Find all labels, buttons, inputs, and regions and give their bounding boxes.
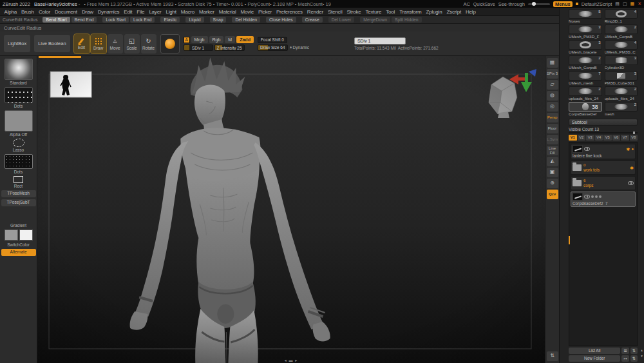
rail-button[interactable]: Persp xyxy=(547,113,558,123)
curve-button[interactable]: Bend End xyxy=(71,17,97,23)
menu-item[interactable]: Alpha xyxy=(2,9,19,15)
version-tab[interactable]: V1 xyxy=(569,135,577,141)
version-tab[interactable]: V6 xyxy=(612,135,621,141)
rail-button[interactable]: ▦ xyxy=(547,58,558,68)
tool-item[interactable]: 2 UMesh_CorpsB xyxy=(605,25,638,39)
viewport-canvas[interactable]: ◂ ▬ ▸ xyxy=(37,56,545,363)
curve-button[interactable]: Close Holes xyxy=(266,17,296,23)
menu-item[interactable]: Color xyxy=(36,9,52,15)
texture-selector[interactable]: Dots xyxy=(5,154,33,174)
subtool-header[interactable]: Subtool xyxy=(569,119,638,126)
rect-selector[interactable]: Rect xyxy=(14,176,23,188)
visible-count-slider[interactable]: Visible Count 13 xyxy=(569,127,638,133)
gear-icon[interactable]: ✱ xyxy=(627,147,630,152)
curve-button[interactable]: MergeDown xyxy=(360,17,390,23)
menu-item[interactable]: Transform xyxy=(397,9,424,15)
rail-button[interactable]: Line Fill xyxy=(547,146,558,155)
menu-item[interactable]: Material xyxy=(216,9,238,15)
rail-button[interactable]: ▣ xyxy=(547,168,558,177)
curve-button[interactable]: Lock Start xyxy=(102,17,129,23)
menu-item[interactable]: Marker xyxy=(196,9,216,15)
rail-button[interactable]: Floor xyxy=(547,124,558,133)
menu-item[interactable]: File xyxy=(135,9,147,15)
tool-item[interactable]: 3 PM3D_Cube3D1 xyxy=(605,71,638,86)
focal-shift-slider[interactable]: Focal Shift 0 xyxy=(258,37,287,43)
alternate-button[interactable]: Alternate xyxy=(1,249,36,256)
scroll-up-icon[interactable]: ▲ xyxy=(640,348,643,352)
menu-item[interactable]: Preferences xyxy=(274,9,305,15)
stroke-selector[interactable]: Dots xyxy=(5,87,33,108)
curve-button[interactable]: Del Hidden xyxy=(232,17,260,23)
menu-item[interactable]: Render xyxy=(305,9,325,15)
lightbox-indicator[interactable] xyxy=(39,56,81,58)
rail-button[interactable]: ⊕ xyxy=(547,179,558,188)
z-intensity-slider[interactable]: Z Intensity 25 xyxy=(214,44,245,51)
scroll-down-icon[interactable]: ▼ xyxy=(640,354,643,358)
alt-color-swatch[interactable] xyxy=(19,230,33,240)
menu-item[interactable]: Texture xyxy=(363,9,384,15)
version-tab[interactable]: V8 xyxy=(630,135,638,141)
version-tab[interactable]: V7 xyxy=(621,135,629,141)
brush-selector[interactable]: Standard xyxy=(5,59,33,85)
curve-button[interactable]: Elastic xyxy=(160,17,180,23)
tool-item[interactable]: 5 Noses xyxy=(569,9,602,24)
dynamic-label[interactable]: Dynamic xyxy=(290,45,309,50)
tpose-subt-button[interactable]: TPose|SubT xyxy=(1,199,36,206)
curve-button[interactable]: Lock End xyxy=(130,17,155,23)
subtool-item[interactable]: ✱ ● laniere fine kock xyxy=(571,144,636,159)
live-boolean-button[interactable]: Live Boolean xyxy=(34,35,70,52)
canvas-scrollbar[interactable]: ◂ ▬ ▸ xyxy=(285,358,298,362)
menu-item[interactable]: Dynamics xyxy=(95,9,122,15)
expand-icon-button[interactable]: ⊞ xyxy=(621,348,629,354)
cycle-up-icon-button[interactable]: ⇅ xyxy=(630,348,638,354)
tool-item[interactable]: 2 uploads_files_24 xyxy=(605,86,638,101)
menu-item[interactable]: Movie xyxy=(238,9,256,15)
subtool-folder[interactable]: 0 work tols ✱ xyxy=(571,161,636,175)
menu-item[interactable]: Picker xyxy=(256,9,274,15)
subtool-folder[interactable]: 6 corps xyxy=(571,176,636,190)
menu-item[interactable]: Edit xyxy=(122,9,135,15)
menu-item[interactable]: Brush xyxy=(19,9,36,15)
menu-item[interactable]: Tool xyxy=(384,9,397,15)
tool-item[interactable]: 3 UMesh_PM3D_F xyxy=(569,25,602,39)
curve-button[interactable]: Bend Start xyxy=(43,17,70,23)
menu-item[interactable]: Stroke xyxy=(345,9,363,15)
rail-button[interactable]: ⇅ xyxy=(547,351,558,361)
menu-item[interactable]: Light xyxy=(164,9,178,15)
version-tab[interactable]: V2 xyxy=(578,135,586,141)
quicksave-button[interactable]: QuickSave xyxy=(473,2,495,6)
menus-toggle[interactable]: Menus xyxy=(553,1,573,7)
version-tab[interactable]: V4 xyxy=(595,135,603,141)
tool-item[interactable]: 2 UMesh_CorpsB xyxy=(569,55,602,70)
menu-item[interactable]: Document xyxy=(53,9,80,15)
menu-item[interactable]: Macro xyxy=(178,9,196,15)
paint-icon[interactable]: ● xyxy=(631,147,634,151)
display-icon[interactable]: ▤ xyxy=(615,1,620,6)
draw-button[interactable]: Draw xyxy=(91,34,106,54)
tool-item[interactable]: 3 Cylinder3D xyxy=(605,55,638,70)
tool-item[interactable]: 2 mesh xyxy=(605,102,638,117)
version-tab[interactable]: V5 xyxy=(603,135,612,141)
zadd-button[interactable]: Zadd xyxy=(236,36,254,43)
sdiv-small-slider[interactable]: SDiv 1 xyxy=(184,44,213,51)
menu-item[interactable]: Zscript xyxy=(444,9,464,15)
mrgb-button[interactable]: Mrgb xyxy=(191,36,208,43)
tool-item[interactable]: 4 UMesh_PM3D_C xyxy=(605,40,638,55)
cycle-down-icon-button[interactable]: ⇅ xyxy=(630,355,638,362)
subtool-mini-slider[interactable] xyxy=(591,195,601,198)
menu-item[interactable]: Draw xyxy=(79,9,95,15)
alert-icon[interactable]: ▦ xyxy=(630,1,635,6)
curve-button[interactable]: Crease xyxy=(302,17,323,23)
tool-item[interactable]: 7 UMesh_mesh xyxy=(569,71,602,86)
visibility-eye-icon[interactable] xyxy=(628,181,634,185)
current-brush-button[interactable] xyxy=(160,34,180,54)
rail-button[interactable]: ◍ xyxy=(547,91,558,101)
curve-button[interactable]: Liquid xyxy=(185,17,204,23)
menu-item[interactable]: Layer xyxy=(147,9,164,15)
tool-item[interactable]: 2 uploads_files_24 xyxy=(569,86,602,101)
tool-item[interactable]: 3 UMesh_bracele xyxy=(569,40,602,55)
menu-item[interactable]: Zplugin xyxy=(424,9,444,15)
lightbox-button[interactable]: LightBox xyxy=(4,35,30,52)
move-button[interactable]: Move xyxy=(108,34,123,54)
close-icon[interactable]: ✕ xyxy=(638,1,641,6)
